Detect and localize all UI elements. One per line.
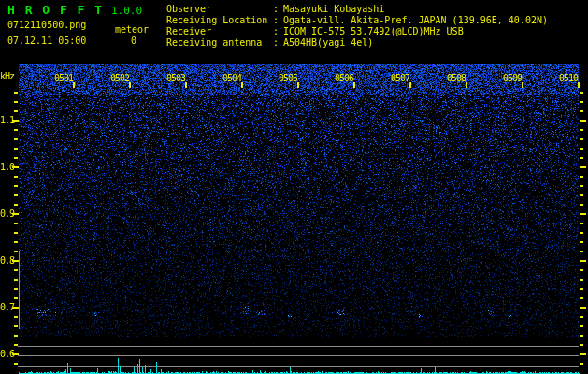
frequency-minor-tick-right <box>580 138 583 140</box>
frequency-minor-tick-right <box>580 344 583 346</box>
frequency-minor-tick-left <box>14 194 18 196</box>
frequency-minor-tick-left <box>14 223 18 224</box>
frequency-minor-tick-left <box>14 297 18 299</box>
frequency-label-0.6: 0.6 <box>0 350 13 359</box>
frequency-major-tick-right <box>580 353 586 355</box>
frequency-minor-tick-right <box>580 194 583 196</box>
frequency-minor-tick-right <box>580 251 583 252</box>
frequency-minor-tick-left <box>14 316 18 318</box>
frequency-minor-tick-right <box>580 241 583 243</box>
time-label-0510: 0510 <box>558 74 578 83</box>
meteor-counter-value: 0 <box>131 36 136 46</box>
time-tick-mark <box>578 82 580 88</box>
frequency-label-1.1: 1.1 <box>0 116 13 125</box>
frequency-major-tick-right <box>580 120 586 122</box>
frequency-minor-tick-right <box>580 176 583 178</box>
frequency-minor-tick-left <box>14 129 18 131</box>
frequency-label-0.9: 0.9 <box>0 209 13 219</box>
frequency-minor-tick-right <box>580 232 583 234</box>
frequency-minor-tick-left <box>14 204 18 206</box>
frequency-minor-tick-right <box>580 92 583 94</box>
frequency-minor-tick-right <box>580 325 583 327</box>
frequency-minor-tick-right <box>580 269 583 271</box>
frequency-minor-tick-left <box>14 269 18 271</box>
time-label-0502: 0502 <box>109 74 129 83</box>
frequency-label-0.8: 0.8 <box>0 256 13 266</box>
frequency-major-tick-right <box>580 166 586 168</box>
frequency-unit-label: kHz <box>0 72 14 81</box>
frequency-minor-tick-right <box>580 129 583 131</box>
frequency-minor-tick-left <box>14 148 18 150</box>
time-tick-mark <box>129 82 131 88</box>
frequency-major-tick-left <box>12 353 19 355</box>
info-value: A504HB(yagi 4el) <box>283 38 373 50</box>
frequency-major-tick-left <box>12 213 19 215</box>
time-tick-mark <box>241 82 243 88</box>
frequency-minor-tick-left <box>14 241 18 243</box>
time-label-0503: 0503 <box>165 74 185 83</box>
frequency-minor-tick-right <box>580 223 583 224</box>
meteor-counter-label: meteor <box>115 25 149 35</box>
time-label-0507: 0507 <box>390 74 409 83</box>
time-label-0504: 0504 <box>222 74 241 83</box>
frequency-minor-tick-left <box>14 110 18 112</box>
frequency-minor-tick-right <box>580 157 583 159</box>
time-label-0501: 0501 <box>53 74 73 83</box>
info-label: Receiving antenna <box>166 38 273 50</box>
app-version: 1.0.0 <box>111 6 142 16</box>
frequency-minor-tick-left <box>14 185 18 187</box>
hrofft-screen: H R O F F T 1.0.0 0712110500.png meteor … <box>0 0 588 374</box>
frequency-minor-tick-right <box>580 288 583 290</box>
frequency-minor-tick-right <box>580 316 583 318</box>
time-label-0505: 0505 <box>278 74 297 83</box>
time-tick-mark <box>522 82 523 88</box>
frequency-minor-tick-left <box>14 363 18 365</box>
time-tick-mark <box>185 82 187 88</box>
frequency-minor-tick-right <box>580 110 583 112</box>
frequency-minor-tick-right <box>580 297 583 299</box>
frequency-minor-tick-right <box>580 279 583 280</box>
spectrogram-canvas <box>0 0 588 374</box>
time-tick-mark <box>409 82 411 88</box>
frequency-minor-tick-right <box>580 148 583 150</box>
time-label-0508: 0508 <box>446 74 466 83</box>
frequency-minor-tick-left <box>14 335 18 337</box>
time-label-0509: 0509 <box>502 74 522 83</box>
output-filename: 0712110500.png <box>7 21 86 30</box>
frequency-major-tick-left <box>12 260 19 262</box>
frequency-minor-tick-left <box>14 344 18 346</box>
time-tick-mark <box>73 82 75 88</box>
frequency-minor-tick-left <box>14 325 18 327</box>
frequency-minor-tick-left <box>14 232 18 234</box>
time-label-0506: 0506 <box>334 74 353 83</box>
info-separator: : <box>273 38 283 50</box>
frequency-minor-tick-right <box>580 335 583 337</box>
frequency-major-tick-right <box>580 213 586 215</box>
frequency-minor-tick-left <box>14 251 18 252</box>
frequency-minor-tick-left <box>14 138 18 140</box>
frequency-minor-tick-right <box>580 185 583 187</box>
frequency-minor-tick-left <box>14 279 18 280</box>
frequency-minor-tick-right <box>580 204 583 206</box>
frequency-minor-tick-left <box>14 176 18 178</box>
app-title: H R O F F T <box>7 4 104 16</box>
frequency-major-tick-left <box>12 307 19 309</box>
frequency-minor-tick-left <box>14 92 18 94</box>
observer-info-block: Observer:Masayuki KobayashiReceiving Loc… <box>166 5 548 50</box>
frequency-major-tick-right <box>580 307 586 309</box>
frequency-minor-tick-left <box>14 157 18 159</box>
time-tick-mark <box>353 82 355 88</box>
frequency-major-tick-right <box>580 260 586 262</box>
frequency-major-tick-left <box>12 166 19 168</box>
frequency-major-tick-left <box>12 120 19 122</box>
frequency-label-1.0: 1.0 <box>0 163 13 172</box>
time-tick-mark <box>466 82 467 88</box>
frequency-minor-tick-right <box>580 101 583 103</box>
frequency-minor-tick-left <box>14 288 18 290</box>
time-tick-mark <box>297 82 299 88</box>
frequency-minor-tick-right <box>580 363 583 365</box>
frequency-label-0.7: 0.7 <box>0 303 13 312</box>
frequency-minor-tick-left <box>14 101 18 103</box>
observation-timestamp: 07.12.11 05:00 <box>7 36 86 46</box>
info-row-3: Receiving antenna:A504HB(yagi 4el) <box>166 38 548 50</box>
